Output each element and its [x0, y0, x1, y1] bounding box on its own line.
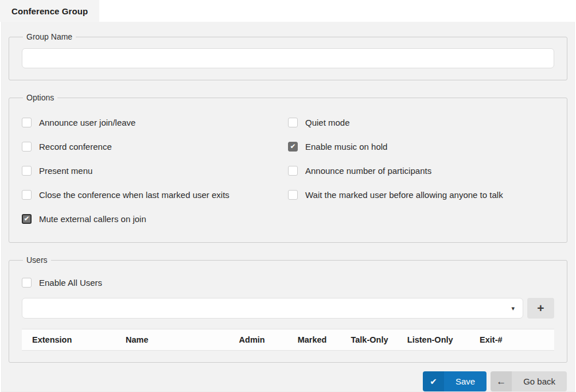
option-label: Present menu — [39, 166, 92, 176]
options-column-right: ✔ Quiet mode ✔ Enable music on hold ✔ An… — [288, 110, 554, 231]
enable-music-on-hold-checkbox[interactable]: ✔ — [288, 142, 298, 152]
go-back-button[interactable]: ← Go back — [491, 371, 567, 391]
record-conference-checkbox[interactable]: ✔ — [22, 142, 32, 152]
column-header-listen-only: Listen-Only — [407, 335, 480, 344]
enable-all-users-label: Enable All Users — [39, 278, 102, 288]
user-picker-row: ▾ + — [22, 298, 554, 319]
option-label: Announce number of participants — [305, 166, 431, 176]
column-header-exit: Exit-# — [480, 335, 554, 344]
tab-conference-group[interactable]: Conference Group — [0, 0, 99, 22]
option-record-conference: ✔ Record conference — [22, 134, 288, 158]
save-button-label: Save — [444, 371, 487, 391]
enable-all-users-checkbox[interactable]: ✔ — [22, 278, 32, 288]
option-close-on-last-marked-exit: ✔ Close the conference when last marked … — [22, 183, 288, 207]
check-icon: ✔ — [423, 371, 444, 391]
option-label: Enable music on hold — [305, 142, 387, 152]
close-on-last-marked-exit-checkbox[interactable]: ✔ — [22, 190, 32, 200]
column-header-marked: Marked — [298, 335, 351, 344]
option-label: Announce user join/leave — [39, 118, 135, 127]
save-button[interactable]: ✔ Save — [423, 371, 487, 391]
conference-group-form: Group Name Options ✔ Announce user join/… — [1, 22, 575, 392]
quiet-mode-checkbox[interactable]: ✔ — [288, 118, 298, 127]
check-icon: ✔ — [290, 143, 295, 150]
user-select-dropdown[interactable]: ▾ — [22, 298, 523, 319]
users-table-header: Extension Name Admin Marked Talk-Only Li… — [22, 329, 554, 351]
option-mute-external-callers: ✔ Mute external callers on join — [22, 207, 288, 231]
option-enable-music-on-hold: ✔ Enable music on hold — [288, 134, 554, 158]
group-name-legend: Group Name — [23, 32, 76, 41]
go-back-button-label: Go back — [512, 371, 567, 391]
option-wait-marked-user: ✔ Wait the marked user before allowing a… — [288, 183, 554, 207]
add-user-button[interactable]: + — [527, 298, 554, 319]
users-inner: ✔ Enable All Users ▾ + Extension Name Ad… — [22, 265, 554, 351]
announce-participants-checkbox[interactable]: ✔ — [288, 166, 298, 176]
options-column-left: ✔ Announce user join/leave ✔ Record conf… — [22, 110, 288, 231]
enable-all-users-row: ✔ Enable All Users — [22, 273, 554, 292]
column-header-admin: Admin — [239, 335, 298, 344]
users-legend: Users — [23, 255, 51, 265]
arrow-left-icon: ← — [491, 371, 512, 391]
options-legend: Options — [23, 93, 57, 102]
option-announce-join-leave: ✔ Announce user join/leave — [22, 110, 288, 134]
option-quiet-mode: ✔ Quiet mode — [288, 110, 554, 134]
group-name-section: Group Name — [9, 32, 567, 80]
form-actions: ✔ Save ← Go back — [9, 371, 567, 391]
option-label: Close the conference when last marked us… — [39, 190, 229, 200]
present-menu-checkbox[interactable]: ✔ — [22, 166, 32, 176]
option-label: Record conference — [39, 142, 112, 152]
caret-down-icon: ▾ — [511, 305, 515, 312]
tab-bar: Conference Group — [0, 0, 576, 22]
options-grid: ✔ Announce user join/leave ✔ Record conf… — [22, 102, 554, 231]
check-icon: ✔ — [24, 215, 29, 222]
option-present-menu: ✔ Present menu — [22, 158, 288, 183]
column-header-talk-only: Talk-Only — [351, 335, 407, 344]
group-name-input[interactable] — [22, 48, 554, 68]
column-header-extension: Extension — [22, 335, 126, 344]
mute-external-callers-checkbox[interactable]: ✔ — [22, 214, 32, 224]
users-section: Users ✔ Enable All Users ▾ + Extension N… — [9, 255, 567, 363]
announce-join-leave-checkbox[interactable]: ✔ — [22, 118, 32, 127]
wait-marked-user-checkbox[interactable]: ✔ — [288, 190, 298, 200]
options-section: Options ✔ Announce user join/leave ✔ Rec… — [9, 93, 567, 243]
option-announce-participants: ✔ Announce number of participants — [288, 158, 554, 183]
option-label: Mute external callers on join — [39, 214, 146, 224]
option-label: Wait the marked user before allowing any… — [305, 190, 503, 200]
option-label: Quiet mode — [305, 118, 350, 127]
column-header-name: Name — [126, 335, 239, 344]
